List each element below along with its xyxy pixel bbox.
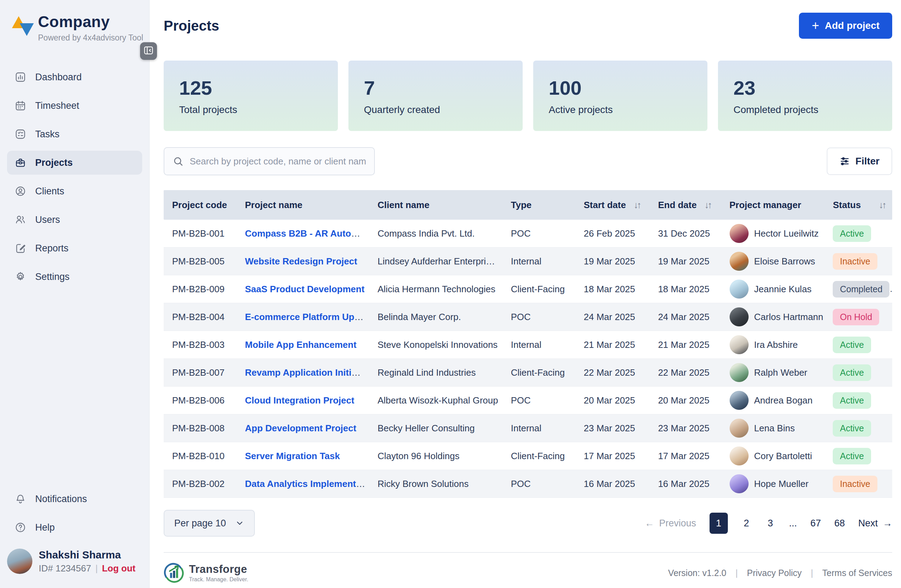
cell-project-code: PM-B2B-006	[164, 395, 237, 406]
sidebar-item-dashboard[interactable]: Dashboard	[7, 65, 142, 89]
cell-project-code: PM-B2B-007	[164, 367, 237, 378]
cell-project-manager: Hope Mueller	[754, 479, 809, 490]
company-logo-icon	[12, 15, 34, 38]
project-name-link[interactable]: App Development Project	[245, 423, 356, 434]
cell-project-code: PM-B2B-001	[164, 228, 237, 239]
stat-value: 100	[549, 76, 692, 99]
status-badge: On Hold	[833, 309, 879, 325]
sidebar-item-notifications[interactable]: Notifications	[7, 487, 142, 511]
cell-project-manager: Ralph Weber	[754, 367, 807, 378]
cell-start-date: 24 Mar 2025	[575, 312, 650, 323]
project-name-link[interactable]: Cloud Integration Project	[245, 395, 354, 406]
transforge-logo-icon	[164, 563, 184, 583]
cell-end-date: 31 Dec 2025	[650, 228, 721, 239]
table-header-row: Project codeProject nameClient nameTypeS…	[164, 190, 892, 220]
sidebar-item-label: Dashboard	[35, 72, 82, 83]
cell-start-date: 22 Mar 2025	[575, 367, 650, 378]
cell-client-name: Compass India Pvt. Ltd.	[369, 228, 503, 239]
column-header-project-manager: Project manager	[721, 200, 825, 211]
sidebar-item-tasks[interactable]: Tasks	[7, 122, 142, 146]
chevron-down-icon	[235, 519, 244, 528]
arrow-left-icon: ←	[645, 518, 654, 529]
sidebar-item-projects[interactable]: Projects	[7, 151, 142, 175]
search-icon	[173, 156, 183, 167]
sort-icon[interactable]: ↓↑	[879, 200, 885, 211]
cell-type: Internal	[503, 339, 575, 350]
terms-of-services-link[interactable]: Terms of Services	[822, 568, 892, 578]
stat-label: Completed projects	[733, 104, 877, 115]
column-header-project-name: Project name	[237, 200, 369, 211]
project-name-link[interactable]: Compass B2B - AR Automation	[245, 228, 369, 239]
sidebar-item-help[interactable]: Help	[7, 515, 142, 540]
projects-table: Project codeProject nameClient nameTypeS…	[164, 190, 892, 498]
previous-page-button[interactable]: ← Previous	[645, 518, 696, 529]
cell-client-name: Alberta Wisozk-Kuphal Group	[369, 395, 503, 406]
cell-end-date: 20 Mar 2025	[650, 395, 721, 406]
table-row-pm-b2b-007: PM-B2B-007Revamp Application InitiativeR…	[164, 359, 892, 387]
per-page-dropdown[interactable]: Per page 10	[164, 510, 255, 537]
column-header-status[interactable]: Status↓↑	[824, 200, 892, 211]
cell-client-name: Ricky Brown Solutions	[369, 479, 503, 490]
cell-project-manager: Lena Bins	[754, 423, 795, 434]
project-name-link[interactable]: E-commerce Platform Upgrade	[245, 312, 369, 322]
search-input[interactable]	[190, 156, 366, 167]
logout-link[interactable]: Log out	[102, 563, 136, 574]
search-box[interactable]	[164, 147, 375, 175]
footer-brand-tagline: Track. Manage. Deliver.	[189, 576, 248, 583]
sidebar-item-label: Projects	[35, 158, 73, 168]
filter-button[interactable]: Filter	[827, 148, 892, 175]
page-button-3[interactable]: 3	[765, 518, 776, 529]
page-title: Projects	[164, 18, 219, 34]
page-button-1[interactable]: 1	[709, 513, 728, 534]
page-button-68[interactable]: 68	[834, 518, 845, 529]
column-header-client-name: Client name	[369, 200, 503, 211]
next-page-button[interactable]: Next →	[858, 518, 892, 529]
project-name-link[interactable]: Mobile App Enhancement	[245, 339, 357, 350]
table-row-pm-b2b-006: PM-B2B-006Cloud Integration ProjectAlber…	[164, 387, 892, 415]
user-profile[interactable]: Shakshi Sharma ID# 1234567 | Log out	[7, 540, 142, 574]
sort-icon[interactable]: ↓↑	[704, 200, 711, 211]
cell-type: Internal	[503, 423, 575, 434]
cell-end-date: 18 Mar 2025	[650, 284, 721, 295]
cell-type: Client-Facing	[503, 451, 575, 462]
sidebar-collapse-button[interactable]	[140, 42, 157, 60]
project-name-link[interactable]: Data Analytics Implementation	[245, 479, 369, 489]
project-name-link[interactable]: Website Redesign Project	[245, 256, 357, 267]
filter-sliders-icon	[839, 156, 850, 167]
cell-type: POC	[503, 228, 575, 239]
cell-type: POC	[503, 395, 575, 406]
sidebar-item-reports[interactable]: Reports	[7, 236, 142, 260]
pagination: Per page 10 ← Previous 123...6768 Next →	[164, 510, 892, 537]
column-header-end-date[interactable]: End date↓↑	[650, 200, 721, 211]
status-badge: Active	[833, 364, 871, 381]
page-button-2[interactable]: 2	[741, 518, 752, 529]
cell-project-code: PM-B2B-009	[164, 284, 237, 295]
cell-type: Client-Facing	[503, 367, 575, 378]
sort-icon[interactable]: ↓↑	[633, 200, 640, 211]
table-row-pm-b2b-002: PM-B2B-002Data Analytics ImplementationR…	[164, 470, 892, 498]
sidebar-item-settings[interactable]: Settings	[7, 265, 142, 289]
project-name-link[interactable]: Server Migration Task	[245, 451, 340, 461]
project-name-link[interactable]: Revamp Application Initiative	[245, 367, 369, 378]
privacy-policy-link[interactable]: Privacy Policy	[747, 568, 802, 578]
sidebar-bottom: NotificationsHelp Shakshi Sharma ID# 123…	[0, 487, 149, 588]
cell-client-name: Lindsey Aufderhar Enterprises	[369, 256, 503, 267]
sidebar-item-label: Settings	[35, 271, 70, 282]
sidebar-item-users[interactable]: Users	[7, 208, 142, 232]
manager-avatar	[730, 419, 748, 438]
sidebar-item-clients[interactable]: Clients	[7, 179, 142, 203]
panel-collapse-icon	[143, 45, 154, 57]
stats-row: 125Total projects7Quarterly created100Ac…	[164, 61, 892, 131]
clients-icon	[15, 186, 26, 197]
footer-brand: Transforge Track. Manage. Deliver.	[164, 563, 248, 583]
column-header-start-date[interactable]: Start date↓↑	[575, 200, 650, 211]
cell-start-date: 21 Mar 2025	[575, 339, 650, 350]
page-button-67[interactable]: 67	[810, 518, 821, 529]
cell-client-name: Belinda Mayer Corp.	[369, 312, 503, 323]
project-name-link[interactable]: SaaS Product Development	[245, 284, 365, 294]
sidebar-footer-nav: NotificationsHelp	[7, 487, 142, 540]
cell-client-name: Becky Heller Consulting	[369, 423, 503, 434]
add-project-button[interactable]: + Add project	[799, 12, 892, 39]
user-id: ID# 1234567	[39, 563, 91, 574]
sidebar-item-timesheet[interactable]: Timesheet	[7, 94, 142, 118]
